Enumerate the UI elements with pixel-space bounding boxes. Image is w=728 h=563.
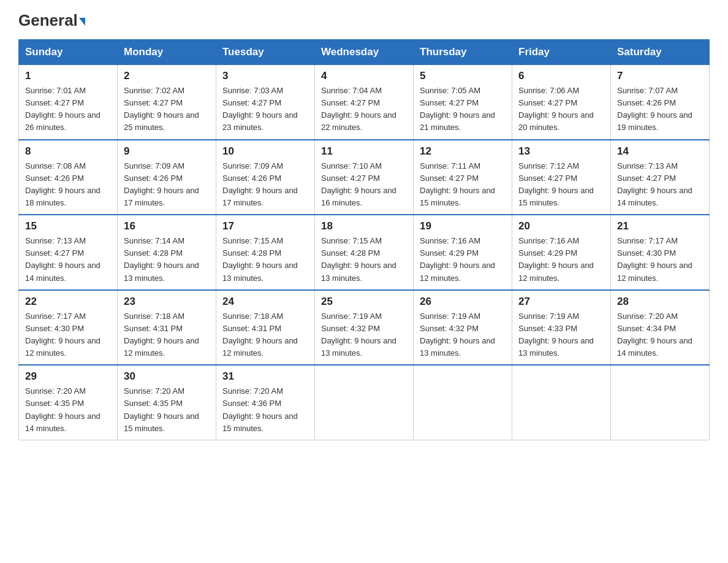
calendar-cell [414,365,512,440]
day-info: Sunrise: 7:15 AM Sunset: 4:28 PM Dayligh… [222,235,308,285]
day-number: 19 [420,220,506,232]
col-header-monday: Monday [118,40,216,65]
calendar-cell: 3 Sunrise: 7:03 AM Sunset: 4:27 PM Dayli… [216,65,315,140]
day-number: 13 [518,145,604,158]
calendar-cell: 16 Sunrise: 7:14 AM Sunset: 4:28 PM Dayl… [118,215,216,290]
sunset-label: Sunset: 4:34 PM [617,324,676,333]
sunset-label: Sunset: 4:29 PM [518,248,577,258]
sunset-label: Sunset: 4:32 PM [420,324,479,333]
calendar-cell: 14 Sunrise: 7:13 AM Sunset: 4:27 PM Dayl… [611,140,710,215]
sunrise-label: Sunrise: 7:12 AM [518,161,579,170]
day-number: 1 [25,70,111,82]
daylight-label: Daylight: 9 hours and 15 minutes. [420,186,495,207]
day-info: Sunrise: 7:10 AM Sunset: 4:27 PM Dayligh… [321,160,407,210]
sunrise-label: Sunrise: 7:15 AM [321,236,382,245]
sunset-label: Sunset: 4:28 PM [124,248,183,258]
day-number: 31 [222,370,308,383]
sunrise-label: Sunrise: 7:20 AM [617,312,678,321]
sunset-label: Sunset: 4:26 PM [617,98,676,107]
daylight-label: Daylight: 9 hours and 13 minutes. [420,336,495,358]
day-number: 5 [420,70,506,82]
sunset-label: Sunset: 4:35 PM [25,399,84,408]
sunset-label: Sunset: 4:27 PM [124,98,183,107]
daylight-label: Daylight: 9 hours and 19 minutes. [617,110,692,132]
sunset-label: Sunset: 4:30 PM [617,248,676,258]
daylight-label: Daylight: 9 hours and 13 minutes. [124,261,199,282]
col-header-wednesday: Wednesday [315,40,414,65]
day-number: 10 [222,145,308,158]
sunset-label: Sunset: 4:36 PM [222,399,281,408]
sunset-label: Sunset: 4:27 PM [321,174,380,183]
day-number: 21 [617,220,703,232]
calendar-cell: 8 Sunrise: 7:08 AM Sunset: 4:26 PM Dayli… [19,140,118,215]
daylight-label: Daylight: 9 hours and 15 minutes. [518,186,594,207]
day-number: 23 [124,296,210,308]
day-info: Sunrise: 7:12 AM Sunset: 4:27 PM Dayligh… [518,160,604,210]
day-info: Sunrise: 7:20 AM Sunset: 4:35 PM Dayligh… [124,385,210,435]
logo-triangle-icon [79,18,85,26]
sunset-label: Sunset: 4:31 PM [124,324,183,333]
calendar-week-row: 8 Sunrise: 7:08 AM Sunset: 4:26 PM Dayli… [19,140,710,215]
calendar-week-row: 22 Sunrise: 7:17 AM Sunset: 4:30 PM Dayl… [19,290,710,366]
day-info: Sunrise: 7:06 AM Sunset: 4:27 PM Dayligh… [518,85,604,134]
calendar-cell: 24 Sunrise: 7:18 AM Sunset: 4:31 PM Dayl… [216,290,315,366]
calendar-week-row: 29 Sunrise: 7:20 AM Sunset: 4:35 PM Dayl… [19,365,710,440]
day-number: 16 [124,220,210,232]
sunset-label: Sunset: 4:32 PM [321,324,380,333]
day-number: 14 [617,145,703,158]
calendar-cell: 22 Sunrise: 7:17 AM Sunset: 4:30 PM Dayl… [19,290,118,366]
sunrise-label: Sunrise: 7:08 AM [25,161,86,170]
calendar-cell: 25 Sunrise: 7:19 AM Sunset: 4:32 PM Dayl… [315,290,414,366]
daylight-label: Daylight: 9 hours and 17 minutes. [124,186,199,207]
calendar-cell: 17 Sunrise: 7:15 AM Sunset: 4:28 PM Dayl… [216,215,315,290]
daylight-label: Daylight: 9 hours and 21 minutes. [420,110,495,132]
daylight-label: Daylight: 9 hours and 12 minutes. [518,261,594,282]
sunset-label: Sunset: 4:27 PM [321,98,380,107]
daylight-label: Daylight: 9 hours and 12 minutes. [25,336,100,358]
daylight-label: Daylight: 9 hours and 18 minutes. [25,186,100,207]
day-info: Sunrise: 7:09 AM Sunset: 4:26 PM Dayligh… [222,160,308,210]
calendar-cell: 19 Sunrise: 7:16 AM Sunset: 4:29 PM Dayl… [414,215,512,290]
day-info: Sunrise: 7:13 AM Sunset: 4:27 PM Dayligh… [25,235,111,285]
sunrise-label: Sunrise: 7:19 AM [321,312,382,321]
day-info: Sunrise: 7:19 AM Sunset: 4:33 PM Dayligh… [518,310,604,360]
sunrise-label: Sunrise: 7:04 AM [321,86,382,95]
sunset-label: Sunset: 4:35 PM [124,399,183,408]
day-info: Sunrise: 7:18 AM Sunset: 4:31 PM Dayligh… [222,310,308,360]
sunset-label: Sunset: 4:31 PM [222,324,281,333]
day-number: 9 [124,145,210,158]
calendar-cell: 23 Sunrise: 7:18 AM Sunset: 4:31 PM Dayl… [118,290,216,366]
day-number: 22 [25,296,111,308]
day-info: Sunrise: 7:16 AM Sunset: 4:29 PM Dayligh… [420,235,506,285]
day-info: Sunrise: 7:11 AM Sunset: 4:27 PM Dayligh… [420,160,506,210]
calendar-cell: 2 Sunrise: 7:02 AM Sunset: 4:27 PM Dayli… [118,65,216,140]
sunset-label: Sunset: 4:27 PM [617,174,676,183]
calendar-cell [315,365,414,440]
day-info: Sunrise: 7:17 AM Sunset: 4:30 PM Dayligh… [25,310,111,360]
calendar-week-row: 15 Sunrise: 7:13 AM Sunset: 4:27 PM Dayl… [19,215,710,290]
sunset-label: Sunset: 4:26 PM [25,174,84,183]
day-info: Sunrise: 7:20 AM Sunset: 4:34 PM Dayligh… [617,310,703,360]
calendar-table: SundayMondayTuesdayWednesdayThursdayFrid… [18,39,710,440]
daylight-label: Daylight: 9 hours and 25 minutes. [124,110,199,132]
calendar-cell: 30 Sunrise: 7:20 AM Sunset: 4:35 PM Dayl… [118,365,216,440]
col-header-tuesday: Tuesday [216,40,315,65]
sunset-label: Sunset: 4:27 PM [420,98,479,107]
col-header-saturday: Saturday [611,40,710,65]
sunrise-label: Sunrise: 7:17 AM [25,312,86,321]
daylight-label: Daylight: 9 hours and 12 minutes. [124,336,199,358]
sunrise-label: Sunrise: 7:09 AM [124,161,184,170]
calendar-cell: 6 Sunrise: 7:06 AM Sunset: 4:27 PM Dayli… [512,65,611,140]
daylight-label: Daylight: 9 hours and 14 minutes. [25,261,100,282]
col-header-thursday: Thursday [414,40,512,65]
sunset-label: Sunset: 4:33 PM [518,324,577,333]
sunset-label: Sunset: 4:28 PM [222,248,281,258]
sunrise-label: Sunrise: 7:02 AM [124,86,184,95]
sunrise-label: Sunrise: 7:18 AM [222,312,283,321]
sunrise-label: Sunrise: 7:14 AM [124,236,184,245]
page-header: General [18,12,710,27]
col-header-friday: Friday [512,40,611,65]
daylight-label: Daylight: 9 hours and 14 minutes. [617,336,692,358]
day-number: 4 [321,70,407,82]
sunrise-label: Sunrise: 7:10 AM [321,161,382,170]
